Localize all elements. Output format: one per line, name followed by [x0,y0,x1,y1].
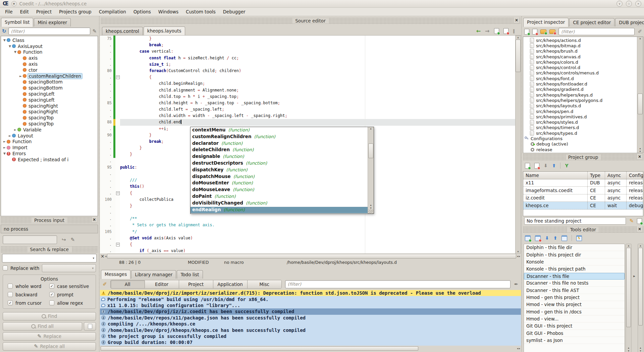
completion-item-dovisibilitychanged[interactable]: doVisibilityChanged(function) [191,200,368,207]
scrollbar-thumb[interactable] [368,143,373,158]
tool-dscanner-this-file-ast[interactable]: Dscanner - this file AST [524,287,625,294]
splitter-close-icon[interactable]: × [101,253,104,259]
scroll-down-icon[interactable]: ▾ [628,349,629,352]
find-button[interactable]: Find [3,312,96,320]
scroll-up-icon[interactable]: ▴ [640,244,641,247]
tool-konsole[interactable]: Konsole [524,258,625,266]
search-term-combo[interactable]: ▾ [2,254,97,262]
scroll-up-icon[interactable]: ▴ [639,147,641,150]
symbol-class[interactable]: ▼Class [1,37,98,43]
tab-todo-list[interactable]: Todo list [177,270,203,279]
scrollbar-thumb[interactable] [101,346,418,351]
project-row-iz-coedit[interactable]: iz.coeditCEasyncrelease [523,194,643,202]
symbol-ctor[interactable]: ctor [1,67,98,73]
checkbox-from-cursor[interactable]: ✓ [8,300,13,305]
add-tool-icon[interactable] [525,235,531,241]
checkbox-allow-regex[interactable] [49,300,54,305]
expander-open-icon[interactable]: ▼ [2,152,7,155]
tab-ce-project-editor[interactable]: CE project editor [569,18,614,26]
clear-filter-broom-icon[interactable]: ✐ [638,28,642,35]
tools-list[interactable]: Dolphin - this file dirDolphin - this pr… [524,244,625,352]
file-src-kheops-fontloader-d[interactable]: src/kheops/fontloader.d [523,81,637,86]
symbol-errors[interactable]: ▼!Errors [1,151,98,157]
code-line[interactable]: 105 */ [100,229,515,235]
expander-open-icon[interactable]: ▼ [13,50,17,54]
inspector-scrollbar[interactable]: ▴ ▴ ▾ [637,37,643,153]
messages-horizontal-scrollbar[interactable]: ◂ ▸ [100,346,521,351]
scroll-down-icon[interactable]: ▾ [640,349,641,352]
code-line[interactable]: . * Sets or gets the alignment axis. [100,222,515,228]
navigate-back-icon[interactable]: ← [476,29,481,34]
message-list[interactable]: !/home/basile/Dev/dproj/iz/import/iz/ser… [100,290,521,346]
filter-project[interactable]: Project [179,280,213,288]
process-input-close-icon[interactable]: × [92,217,97,222]
message-row[interactable]: iGroup build duration: 00:00:07 [100,339,521,345]
configurations-node[interactable]: Configurations [523,136,637,141]
symbol-customrealignchildren[interactable]: ►customRealignChildren [1,73,98,79]
run-tool-icon[interactable]: ϟ [576,235,582,241]
symbol-function[interactable]: ▼Function [1,49,98,55]
tool-dolphin-this-project-dir[interactable]: Dolphin - this project dir [524,251,625,258]
tool-detail-scrollbar[interactable]: ▴ ▴ ▾ [638,244,643,352]
completion-item-dopaint[interactable]: doPaint(function) [191,193,368,200]
project-group-table[interactable]: NameTypeAsyncConfigurationx11DUBasyncrel… [523,171,643,216]
code-line[interactable]: 85 child.height = h - _spacing.top - _sp… [100,100,515,106]
fold-marker-icon[interactable] [116,243,120,246]
scrollbar-thumb[interactable] [638,248,643,326]
file-src-kheops-control-d[interactable]: src/kheops/control.d [523,65,637,70]
symbol-spacingleft[interactable]: spacingLeft [1,97,98,103]
symbol-spacingbottom[interactable]: spacingBottom [1,79,98,85]
tool-hmod-view[interactable]: Hmod - view... [524,315,625,322]
split-view-icon[interactable]: ∥ [513,28,515,34]
tab-library-manager[interactable]: Library manager [131,270,176,279]
message-row[interactable]: i/home/basile/Dev/repos/x11/package.json… [100,315,521,321]
file-src-kheops-pen-d[interactable]: src/kheops/pen.d [523,109,637,114]
symbol-spacingtop[interactable]: spacingTop [1,115,98,121]
file-src-kheops-font-d[interactable]: src/kheops/font.d [523,76,637,81]
scrollbar-thumb[interactable] [626,248,631,327]
code-line[interactable]: . break; [100,42,515,48]
tool-git-gui-this-project[interactable]: Git GUI - this project [524,322,625,330]
file-src-kheops-types-d[interactable]: src/kheops/types.d [523,130,637,136]
symbol-filter-input[interactable]: (filter) [8,27,91,35]
remove-folder-icon[interactable] [549,30,555,34]
completion-item-dispatchmouse[interactable]: dispatchMouse(function) [191,174,368,180]
fold-marker-icon[interactable] [116,191,120,195]
code-line[interactable]: 75 } [100,36,515,42]
message-filter-input[interactable]: (filter) [285,280,511,288]
symbol-axis[interactable]: axis [1,55,98,61]
project-file-tree[interactable]: src/kheops/actions.dsrc/kheops/bitmap.ds… [523,37,637,153]
file-src-kheops-primitives-d[interactable]: src/kheops/primitives.d [523,114,637,119]
message-row[interactable]: ithe project group is successfully compi… [100,333,521,339]
completion-item-declarator[interactable]: declarator(function) [191,140,368,147]
file-src-kheops-bitmap-d[interactable]: src/kheops/bitmap.d [523,43,637,48]
scroll-up-icon[interactable]: ▴ [517,36,519,39]
minimize-button[interactable]: ∨ [616,1,623,7]
file-src-kheops-colors-d[interactable]: src/kheops/colors.d [523,59,637,65]
window-menu-button[interactable]: ● [11,1,17,6]
tool-dolphin-this-file-dir[interactable]: Dolphin - this file dir [524,244,625,251]
scroll-left-icon[interactable]: ◂ [517,347,518,350]
expander-closed-icon[interactable]: ► [8,134,12,137]
code-line[interactable]: . case vertical: [100,48,515,55]
menu-file[interactable]: File [1,8,16,15]
completion-item-designable[interactable]: designable(function) [191,154,368,160]
scroll-up-icon[interactable]: ▴ [640,346,641,349]
move-tool-down-icon[interactable]: ⬇ [545,235,549,241]
code-line[interactable]: 80 foreach(CustomControl child; children… [100,68,515,74]
expander-closed-icon[interactable]: ► [13,128,17,131]
quill-icon[interactable]: ✒ [514,281,518,287]
message-row[interactable]: x11 1.0.15: building configuration "libr… [100,302,521,308]
move-up-icon[interactable]: ⬆ [552,163,556,168]
fold-column[interactable] [115,74,120,80]
navigate-forward-icon[interactable]: → [485,29,489,34]
edit-pencil-icon[interactable]: ✎ [629,218,634,224]
tool-dscanner-this-file-no-tests[interactable]: Dscanner - this file no tests [524,280,625,287]
message-row[interactable]: i/home/basile/Dev/dproj/kheops/kheops.ce… [100,327,521,333]
scroll-up-icon[interactable]: ▴ [370,203,371,207]
file-src-kheops-actions-d[interactable]: src/kheops/actions.d [523,38,637,43]
add-source-icon[interactable] [524,29,529,35]
symbol-variable[interactable]: ►Variable [1,127,98,133]
tool-detail-expander[interactable]: ▸ [632,244,637,352]
checkbox-case-sensitive[interactable]: ✓ [49,284,54,289]
